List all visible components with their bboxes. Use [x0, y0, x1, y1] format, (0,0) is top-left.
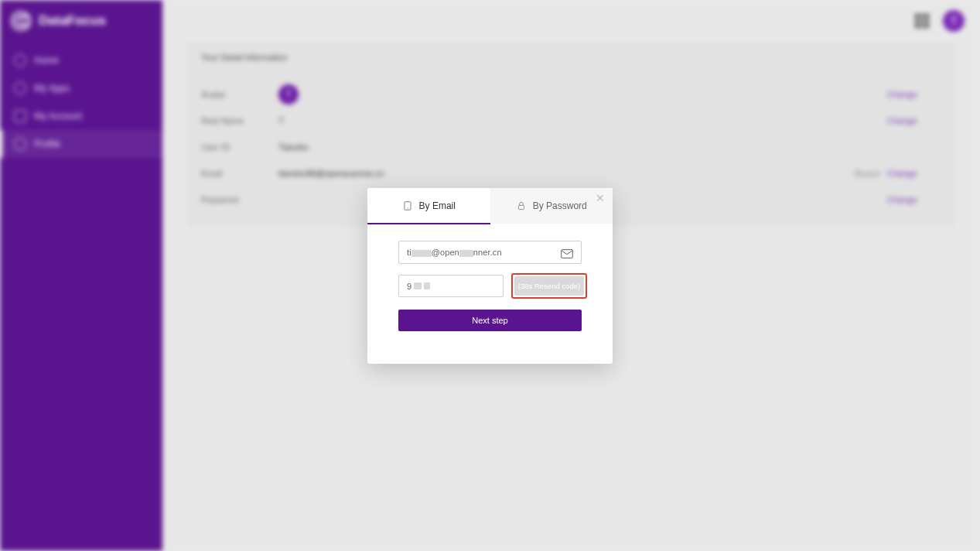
change-link[interactable]: Change — [879, 116, 941, 125]
resend-code-button[interactable]: (38s Resend code) — [514, 276, 584, 296]
row-label: Avatar — [201, 90, 278, 99]
sidebar: DataFocus Home My Apps My Account Profi — [0, 0, 162, 551]
sidebar-item-my-account[interactable]: My Account — [0, 102, 162, 130]
avatar[interactable]: T — [943, 10, 965, 32]
sidebar-item-my-apps[interactable]: My Apps — [0, 74, 162, 102]
close-icon[interactable]: ✕ — [594, 193, 606, 205]
svg-rect-3 — [562, 250, 573, 258]
lock-icon — [516, 200, 527, 211]
detail-row-avatar: Avatar T Change — [201, 81, 941, 108]
next-step-button[interactable]: Next step — [398, 310, 582, 331]
apps-grid-icon[interactable] — [915, 14, 929, 28]
change-link[interactable]: Change — [879, 169, 941, 178]
topbar: T — [162, 0, 980, 42]
svg-rect-0 — [404, 202, 410, 210]
email-value: ti@opennner.cn — [407, 248, 561, 257]
profile-icon — [14, 138, 26, 150]
detail-row-email: Email tianshu98@openscanner.cn Bound Cha… — [201, 160, 941, 187]
mail-icon — [561, 248, 573, 257]
tab-label: By Email — [419, 200, 456, 211]
row-value: T — [278, 116, 818, 125]
home-icon — [14, 54, 26, 67]
tab-by-email[interactable]: By Email — [367, 188, 490, 224]
verify-modal: ✕ By Email By Password ti@opennner.cn — [367, 188, 613, 364]
sidebar-item-label: Home — [34, 55, 59, 66]
row-value: Tianshu — [278, 142, 818, 152]
email-field[interactable]: ti@opennner.cn — [398, 241, 582, 264]
code-input[interactable]: 9 — [398, 275, 504, 297]
email-tab-icon — [402, 200, 413, 211]
account-icon — [14, 110, 26, 122]
row-status: Bound — [818, 169, 879, 178]
row-label: Real Name — [201, 116, 278, 125]
row-label: User ID — [201, 142, 278, 152]
tab-label: By Password — [533, 200, 587, 211]
panel-title: Your Detail Information — [187, 42, 955, 74]
detail-row-userid: User ID Tianshu — [201, 134, 941, 160]
svg-point-1 — [407, 207, 408, 208]
brand: DataFocus — [0, 0, 162, 42]
sidebar-item-label: My Account — [34, 111, 82, 121]
detail-row-realname: Real Name T Change — [201, 108, 941, 134]
sidebar-item-home[interactable]: Home — [0, 46, 162, 74]
change-link[interactable]: Change — [879, 195, 941, 204]
brand-name: DataFocus — [39, 13, 106, 29]
row-avatar: T — [278, 84, 299, 104]
resend-highlight: (38s Resend code) — [511, 273, 587, 299]
sidebar-nav: Home My Apps My Account Profile — [0, 46, 162, 158]
row-value: tianshu98@openscanner.cn — [278, 169, 818, 178]
row-label: Email — [201, 169, 278, 178]
row-label: Password — [201, 195, 278, 204]
sidebar-item-profile[interactable]: Profile — [0, 130, 162, 158]
modal-tabs: By Email By Password — [367, 188, 613, 224]
sidebar-item-label: My Apps — [34, 83, 70, 94]
change-link[interactable]: Change — [879, 90, 941, 99]
logo-icon — [11, 11, 31, 31]
svg-rect-2 — [518, 205, 524, 209]
apps-icon — [14, 82, 26, 94]
sidebar-item-label: Profile — [34, 139, 60, 149]
